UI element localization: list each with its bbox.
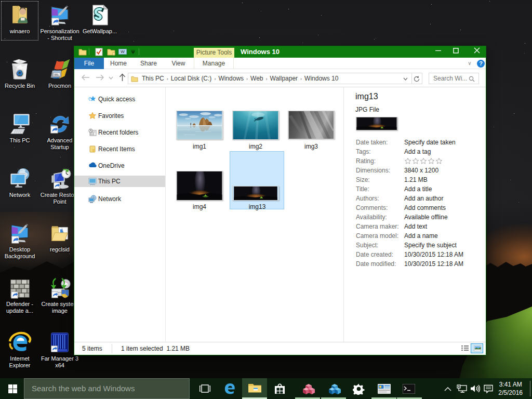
- svg-text:♻: ♻: [17, 69, 23, 77]
